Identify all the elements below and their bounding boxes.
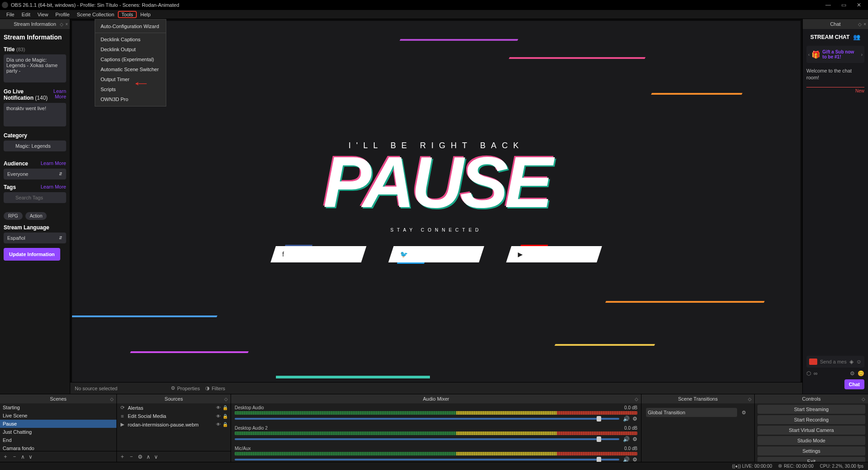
- transition-settings-icon[interactable]: ⚙: [742, 410, 746, 416]
- tools-scripts[interactable]: Scripts: [95, 84, 166, 94]
- track-settings-icon[interactable]: ⚙: [632, 456, 637, 462]
- source-up-button[interactable]: ∧: [146, 454, 150, 460]
- control-button[interactable]: Exit: [757, 457, 865, 462]
- control-button[interactable]: Start Recording: [757, 415, 865, 424]
- menu-help[interactable]: Help: [137, 11, 154, 18]
- tools-decklink-captions[interactable]: Decklink Captions: [95, 34, 166, 44]
- close-button[interactable]: ✕: [855, 1, 863, 9]
- audience-learn-more-link[interactable]: Learn More: [41, 160, 66, 166]
- audience-select[interactable]: Everyone ⇵: [4, 169, 66, 179]
- gift-sub-banner[interactable]: ‹ 🎁 Gift a Sub nowto be #1! ›: [806, 46, 864, 63]
- source-item[interactable]: ≡Edit Social Media👁🔒: [117, 412, 231, 420]
- source-properties-button[interactable]: ⚙: [138, 454, 143, 460]
- panel-popout-icon[interactable]: ◇: [635, 397, 638, 402]
- menu-file[interactable]: File: [3, 11, 18, 18]
- properties-button[interactable]: ⚙Properties: [171, 385, 200, 391]
- emoji-icon[interactable]: ☺: [856, 359, 862, 365]
- scene-item[interactable]: Camara fondo: [0, 444, 116, 451]
- tools-decklink-output[interactable]: Decklink Output: [95, 44, 166, 54]
- preview-canvas[interactable]: I'LL BE RIGHT BACK PAUSE STAY CONNECTED …: [72, 21, 800, 382]
- scene-item[interactable]: Starting: [0, 403, 116, 412]
- update-information-button[interactable]: Update Information: [4, 248, 60, 261]
- tools-output-timer[interactable]: Output Timer: [95, 74, 166, 84]
- dock-popout-icon[interactable]: ◇: [60, 22, 63, 27]
- menu-view[interactable]: View: [34, 11, 52, 18]
- chat-message-input[interactable]: [820, 359, 847, 364]
- scene-down-button[interactable]: ∨: [29, 454, 33, 460]
- category-input[interactable]: [4, 141, 66, 151]
- lock-icon[interactable]: 🔒: [222, 422, 228, 427]
- scene-item[interactable]: End: [0, 436, 116, 444]
- volume-slider[interactable]: [235, 459, 619, 460]
- menubar: File Edit View Profile Scene Collection …: [0, 10, 868, 19]
- scene-item[interactable]: Just Chatting: [0, 428, 116, 436]
- transition-select[interactable]: Global Transition: [646, 408, 737, 417]
- speaker-icon[interactable]: 🔊: [623, 436, 630, 442]
- visibility-icon[interactable]: 👁: [216, 405, 221, 410]
- tools-own3d-pro[interactable]: OWN3D Pro: [95, 94, 166, 104]
- chat-send-button[interactable]: Chat: [844, 379, 864, 389]
- control-button[interactable]: Studio Mode: [757, 436, 865, 445]
- control-button[interactable]: Settings: [757, 446, 865, 455]
- chevron-right-icon[interactable]: ›: [861, 52, 863, 57]
- lock-icon[interactable]: 🔒: [222, 414, 228, 419]
- add-scene-button[interactable]: ＋: [3, 453, 8, 460]
- volume-slider[interactable]: [235, 438, 619, 440]
- titlebar: OBS 26.1.1 (64-bit, windows) - Profile: …: [0, 0, 868, 10]
- tags-learn-more-link[interactable]: Learn More: [41, 184, 66, 189]
- add-source-button[interactable]: ＋: [120, 453, 125, 460]
- tag-action[interactable]: Action: [25, 212, 47, 220]
- menu-scene-collection[interactable]: Scene Collection: [73, 11, 118, 18]
- tags-search-input[interactable]: [4, 192, 66, 203]
- title-input[interactable]: Día uno de Magic: Legends - Xokas dame p…: [4, 54, 66, 82]
- panel-popout-icon[interactable]: ◇: [110, 397, 114, 402]
- remove-scene-button[interactable]: －: [12, 453, 17, 460]
- menu-tools[interactable]: Tools: [118, 11, 137, 18]
- tools-auto-config[interactable]: Auto-Configuration Wizard: [95, 21, 166, 31]
- panel-popout-icon[interactable]: ◇: [862, 397, 865, 402]
- visibility-icon[interactable]: 👁: [216, 422, 221, 427]
- dock-close-icon[interactable]: ×: [65, 22, 68, 27]
- camera-icon[interactable]: [809, 359, 817, 365]
- remove-source-button[interactable]: －: [129, 453, 134, 460]
- language-label: Stream Language: [4, 224, 49, 231]
- control-button[interactable]: Start Virtual Camera: [757, 426, 865, 435]
- chevron-left-icon[interactable]: ‹: [808, 52, 810, 57]
- speaker-icon[interactable]: 🔊: [623, 416, 630, 422]
- control-button[interactable]: Start Streaming: [757, 405, 865, 414]
- users-icon[interactable]: 👥: [853, 34, 860, 40]
- source-item[interactable]: ▶rodan-intermission-pause.webm👁🔒: [117, 420, 231, 429]
- scene-item[interactable]: Pause: [0, 420, 116, 428]
- visibility-icon[interactable]: 👁: [216, 414, 221, 419]
- dock-popout-icon[interactable]: ◇: [858, 22, 862, 27]
- maximize-button[interactable]: ▭: [840, 1, 847, 9]
- points-icon[interactable]: ∞: [814, 370, 818, 377]
- source-item[interactable]: ⟳Alertas👁🔒: [117, 403, 231, 412]
- tools-auto-scene-switcher[interactable]: Automatic Scene Switcher: [95, 64, 166, 74]
- panel-popout-icon[interactable]: ◇: [224, 397, 228, 402]
- lock-icon[interactable]: 🔒: [222, 405, 228, 410]
- golive-input[interactable]: thoraktv went live!: [4, 103, 66, 126]
- dock-close-icon[interactable]: ×: [863, 22, 866, 27]
- menu-edit[interactable]: Edit: [18, 11, 34, 18]
- speaker-icon[interactable]: 🔊: [623, 456, 630, 462]
- smile-icon[interactable]: 😊: [858, 370, 864, 377]
- scene-item[interactable]: Live Scene: [0, 412, 116, 420]
- tag-rpg[interactable]: RPG: [4, 212, 23, 220]
- minimize-button[interactable]: ―: [825, 1, 832, 9]
- settings-icon[interactable]: ⚙: [850, 370, 855, 377]
- source-down-button[interactable]: ∨: [154, 454, 158, 460]
- scene-up-button[interactable]: ∧: [21, 454, 25, 460]
- diamond-icon[interactable]: ◈: [849, 359, 854, 365]
- panel-popout-icon[interactable]: ◇: [748, 397, 752, 402]
- menu-profile[interactable]: Profile: [52, 11, 73, 18]
- track-settings-icon[interactable]: ⚙: [632, 436, 637, 442]
- tools-captions-experimental[interactable]: Captions (Experimental): [95, 54, 166, 64]
- golive-learn-more-link[interactable]: Learn More: [48, 88, 66, 99]
- filters-button[interactable]: ◑Filters: [205, 385, 225, 391]
- volume-slider[interactable]: [235, 418, 619, 420]
- language-select[interactable]: Español ⇵: [4, 233, 66, 243]
- track-settings-icon[interactable]: ⚙: [632, 416, 637, 422]
- gift-icon: 🎁: [811, 50, 820, 59]
- bits-icon[interactable]: ⬡: [806, 370, 811, 377]
